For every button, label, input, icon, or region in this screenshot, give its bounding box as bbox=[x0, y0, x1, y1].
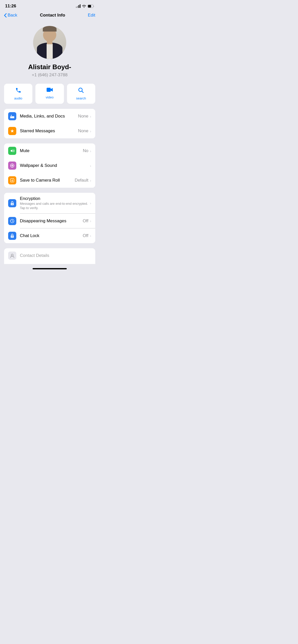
profile-section: Alistair Boyd- +1 (646) 247-3788 bbox=[0, 21, 99, 84]
video-button[interactable]: video bbox=[35, 84, 64, 104]
chevron-icon-2: › bbox=[90, 129, 91, 133]
media-icon bbox=[8, 112, 16, 120]
mute-item[interactable]: Mute No › bbox=[4, 143, 95, 158]
chevron-left-icon bbox=[4, 13, 7, 18]
disappearing-value: Off bbox=[83, 218, 88, 224]
contact-phone: +1 (646) 247-3788 bbox=[32, 72, 67, 78]
chat-lock-value: Off bbox=[83, 233, 88, 238]
search-label: search bbox=[76, 96, 86, 100]
audio-button[interactable]: audio bbox=[4, 84, 32, 104]
disappearing-icon bbox=[8, 217, 16, 225]
camera-roll-value: Default bbox=[75, 178, 88, 183]
disappearing-label: Disappearing Messages bbox=[20, 218, 66, 223]
starred-label: Starred Messages bbox=[20, 128, 55, 133]
camera-roll-content: Save to Camera Roll bbox=[20, 178, 75, 183]
mute-label: Mute bbox=[20, 148, 30, 153]
search-button[interactable]: search bbox=[67, 84, 95, 104]
back-button[interactable]: Back bbox=[4, 13, 17, 18]
video-icon bbox=[46, 87, 53, 94]
chevron-icon-4: › bbox=[90, 164, 91, 168]
chevron-icon-3: › bbox=[90, 149, 91, 153]
chat-lock-item[interactable]: Chat Lock Off › bbox=[4, 228, 95, 243]
svg-point-7 bbox=[11, 115, 12, 116]
battery-icon bbox=[88, 5, 94, 8]
starred-messages-item[interactable]: Starred Messages None › bbox=[4, 124, 95, 138]
svg-line-4 bbox=[82, 91, 84, 93]
encryption-content: Encryption Messages and calls are end-to… bbox=[20, 196, 90, 210]
starred-content: Starred Messages bbox=[20, 128, 78, 134]
wallpaper-item[interactable]: Wallpaper & Sound › bbox=[4, 158, 95, 173]
encryption-sublabel: Messages and calls are end-to-end encryp… bbox=[20, 202, 90, 210]
search-icon bbox=[78, 87, 84, 95]
encryption-item[interactable]: Encryption Messages and calls are end-to… bbox=[4, 193, 95, 214]
nav-bar: Back Contact Info Edit bbox=[0, 11, 99, 21]
chat-lock-content: Chat Lock bbox=[20, 233, 83, 238]
edit-button[interactable]: Edit bbox=[88, 13, 95, 18]
media-content: Media, Links, and Docs bbox=[20, 114, 78, 119]
encryption-label: Encryption bbox=[20, 196, 90, 201]
starred-value: None bbox=[78, 128, 88, 134]
svg-point-16 bbox=[12, 236, 13, 237]
media-label: Media, Links, and Docs bbox=[20, 114, 65, 119]
chevron-icon: › bbox=[90, 114, 91, 119]
camera-roll-icon bbox=[8, 176, 16, 184]
mute-icon bbox=[8, 147, 16, 155]
chat-lock-icon bbox=[8, 232, 16, 240]
home-indicator bbox=[33, 268, 67, 269]
bottom-section: Contact Details bbox=[4, 248, 95, 264]
phone-icon bbox=[15, 87, 21, 95]
chevron-icon-5: › bbox=[90, 178, 91, 183]
video-label: video bbox=[46, 95, 53, 99]
starred-icon bbox=[8, 127, 16, 135]
contact-name: Alistair Boyd- bbox=[28, 63, 71, 71]
chevron-icon-8: › bbox=[90, 233, 91, 238]
back-label: Back bbox=[8, 13, 17, 18]
disappearing-messages-item[interactable]: Disappearing Messages Off › bbox=[4, 214, 95, 228]
nav-title: Contact Info bbox=[40, 13, 65, 18]
contact-details-label: Contact Details bbox=[20, 253, 49, 258]
signal-icon bbox=[76, 4, 80, 8]
action-buttons: audio video search bbox=[0, 84, 99, 109]
mute-content: Mute bbox=[20, 148, 83, 153]
wallpaper-label: Wallpaper & Sound bbox=[20, 163, 57, 168]
avatar bbox=[33, 26, 66, 59]
chat-lock-label: Chat Lock bbox=[20, 233, 39, 238]
media-value: None bbox=[78, 114, 88, 119]
settings-group-3: Encryption Messages and calls are end-to… bbox=[4, 193, 95, 243]
wifi-icon bbox=[82, 5, 86, 8]
svg-point-9 bbox=[11, 165, 13, 166]
status-icons bbox=[76, 4, 94, 8]
mute-value: No bbox=[83, 148, 88, 153]
svg-rect-2 bbox=[47, 88, 51, 92]
disappearing-content: Disappearing Messages bbox=[20, 218, 83, 224]
settings-group-1: Media, Links, and Docs None › Starred Me… bbox=[4, 109, 95, 138]
media-links-docs-item[interactable]: Media, Links, and Docs None › bbox=[4, 109, 95, 124]
svg-point-13 bbox=[12, 204, 13, 204]
camera-roll-label: Save to Camera Roll bbox=[20, 178, 60, 183]
audio-label: audio bbox=[14, 96, 22, 100]
status-bar: 11:26 bbox=[0, 0, 99, 11]
camera-roll-item[interactable]: Save to Camera Roll Default › bbox=[4, 173, 95, 188]
chevron-icon-7: › bbox=[90, 219, 91, 223]
chevron-icon-6: › bbox=[90, 201, 91, 205]
encryption-icon bbox=[8, 199, 16, 207]
status-time: 11:26 bbox=[5, 4, 16, 9]
wallpaper-content: Wallpaper & Sound bbox=[20, 163, 88, 168]
settings-group-2: Mute No › Wallpaper & Sound › Save to bbox=[4, 143, 95, 188]
svg-rect-1 bbox=[88, 5, 91, 7]
contact-details-item[interactable]: Contact Details bbox=[4, 248, 95, 263]
wallpaper-icon bbox=[8, 162, 16, 170]
svg-point-17 bbox=[11, 254, 13, 256]
contact-details-icon bbox=[8, 252, 16, 260]
